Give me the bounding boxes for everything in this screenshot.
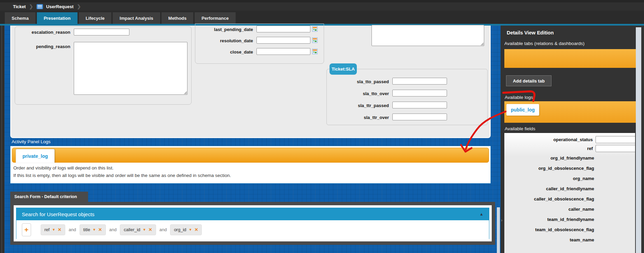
activity-help-line-2: If this list is empty, then all logs wil… xyxy=(13,173,231,178)
field-label-escalation-reason: escalation_reason xyxy=(15,30,70,35)
field-label: ref xyxy=(587,146,593,151)
last-pending-date-input[interactable] xyxy=(256,26,310,32)
activity-panel-logs-label: Activity Panel Logs xyxy=(12,139,51,144)
field-label: team_id_obsolescence_flag xyxy=(535,227,594,232)
criterion-chip-org-id[interactable]: org_id ▼ ✕ xyxy=(170,224,202,235)
window-top-strip xyxy=(0,0,644,2)
activity-panel-logs: private_log Order and visibility of logs… xyxy=(10,146,491,183)
details-view-edition-sidebar: › Details View Edition Available tabs (r… xyxy=(501,26,644,253)
field-label: org_id_obsolescence_flag xyxy=(538,166,594,171)
calendar-icon[interactable] xyxy=(312,26,318,32)
criterion-label: caller_id xyxy=(124,227,140,232)
resolution-date-input[interactable] xyxy=(256,37,310,44)
field-row-operational-status[interactable]: operational_status xyxy=(504,135,635,144)
field-row-org-name[interactable]: org_name xyxy=(504,173,635,183)
sla-tto-over-input[interactable] xyxy=(392,90,447,96)
sidebar-vertical-scrollbar[interactable] xyxy=(636,27,641,253)
description-textarea[interactable] xyxy=(372,25,484,46)
sla-ttr-passed-input[interactable] xyxy=(392,102,447,108)
breadcrumb-label: UserRequest xyxy=(46,4,73,9)
main-vertical-scrollbar[interactable] xyxy=(497,207,500,253)
userrequest-class-icon xyxy=(37,4,43,9)
add-criterion-button[interactable]: + xyxy=(22,223,31,236)
field-row-ref[interactable]: ref xyxy=(504,144,635,153)
sidebar-title: Details View Edition xyxy=(507,30,554,35)
field-row-org-id-friendlyname[interactable]: org_id_friendlyname xyxy=(504,153,635,163)
remove-criterion-icon[interactable]: ✕ xyxy=(149,227,152,232)
tab-lifecycle[interactable]: Lifecycle xyxy=(79,12,112,24)
chevron-down-icon[interactable]: ▼ xyxy=(52,228,55,232)
calendar-icon[interactable] xyxy=(312,38,318,43)
tab-presentation[interactable]: Presentation xyxy=(37,12,78,24)
remove-criterion-icon[interactable]: ✕ xyxy=(194,227,198,232)
field-label: team_id_friendlyname xyxy=(547,217,594,222)
pending-reason-textarea[interactable] xyxy=(74,42,187,95)
left-collapse-rail[interactable] xyxy=(0,26,4,253)
criterion-chip-title[interactable]: title ▼ ✕ xyxy=(80,224,106,235)
remove-criterion-icon[interactable]: ✕ xyxy=(98,227,102,232)
activity-help-line-1: Order and visibility of logs will depend… xyxy=(13,165,113,170)
tab-impact-analysis[interactable]: Impact Analysis xyxy=(113,12,160,24)
field-row-team-name[interactable]: team_name xyxy=(504,235,635,245)
ref-input[interactable] xyxy=(596,145,635,152)
field-row-org-id-obsolescence-flag[interactable]: org_id_obsolescence_flag xyxy=(504,163,635,173)
breadcrumb-item-ticket[interactable]: Ticket xyxy=(13,4,26,9)
tab-performance[interactable]: Performance xyxy=(195,12,235,24)
field-row-caller-id-obsolescence-flag[interactable]: caller_id_obsolescence_flag xyxy=(504,194,635,204)
field-row-caller-id-friendlyname[interactable]: caller_id_friendlyname xyxy=(504,183,635,194)
field-label-pending-reason: pending_reason xyxy=(15,44,70,49)
field-label: operational_status xyxy=(553,137,593,142)
field-label: caller_id_obsolescence_flag xyxy=(534,196,594,202)
search-form-title: Search for UserRequest objects xyxy=(22,211,95,217)
tab-schema[interactable]: Schema xyxy=(5,12,36,24)
criterion-chip-ref[interactable]: ref ▼ ✕ xyxy=(41,224,65,235)
available-fields-label: Available fields xyxy=(505,126,535,131)
calendar-icon[interactable] xyxy=(312,49,318,54)
sidebar-collapse-handle-icon[interactable]: › xyxy=(501,218,502,223)
field-label-sla-ttr-over: sla_ttr_over xyxy=(334,115,389,120)
search-criteria-row: + ref ▼ ✕ and title ▼ ✕ and caller_id ▼ xyxy=(16,220,489,239)
search-form-panel: Search for UserRequest objects ▲ + ref ▼… xyxy=(10,202,495,245)
tab-methods[interactable]: Methods xyxy=(162,12,193,24)
field-label-sla-tto-over: sla_tto_over xyxy=(334,91,389,96)
add-details-tab-button[interactable]: Add details tab xyxy=(506,75,551,86)
available-tabs-label: Available tabs (relations & dashboards) xyxy=(504,41,585,46)
search-form-header: Search for UserRequest objects ▲ xyxy=(16,208,489,220)
operator-and: and xyxy=(159,227,167,232)
sla-ttr-over-input[interactable] xyxy=(392,114,447,120)
resize-handle-icon[interactable] xyxy=(184,91,187,94)
breadcrumb-item-userrequest[interactable]: UserRequest xyxy=(37,4,73,9)
activity-log-drop-zone[interactable]: private_log xyxy=(12,148,489,163)
application-designer-window: Ticket ❯ UserRequest ❯ Schema Presentati… xyxy=(0,0,644,253)
private-log-chip[interactable]: private_log xyxy=(16,149,55,163)
operator-and: and xyxy=(109,227,117,232)
public-log-chip[interactable]: public_log xyxy=(506,104,539,116)
criterion-label: title xyxy=(83,227,90,232)
breadcrumb-separator-icon: ❯ xyxy=(29,4,33,9)
breadcrumb-label: Ticket xyxy=(13,4,26,9)
escalation-reason-input[interactable] xyxy=(74,29,129,35)
chevron-down-icon[interactable]: ▼ xyxy=(93,228,96,232)
collapse-icon[interactable]: ▲ xyxy=(479,212,484,217)
resize-handle-icon[interactable] xyxy=(480,42,484,45)
operational-status-input[interactable] xyxy=(596,136,635,143)
chevron-down-icon[interactable]: ▼ xyxy=(189,228,192,232)
field-label: org_id_friendlyname xyxy=(550,155,594,161)
sla-tto-passed-input[interactable] xyxy=(392,78,447,85)
field-label: org_name xyxy=(573,176,594,181)
chevron-down-icon[interactable]: ▼ xyxy=(143,228,146,232)
field-row-team-id-obsolescence-flag[interactable]: team_id_obsolescence_flag xyxy=(504,224,635,235)
operator-and: and xyxy=(69,227,76,232)
field-row-team-id-friendlyname[interactable]: team_id_friendlyname xyxy=(504,214,635,224)
remove-criterion-icon[interactable]: ✕ xyxy=(58,227,61,232)
search-form-section-tab: Search Form - Default criterion xyxy=(10,192,88,202)
main-tabbar: Schema Presentation Lifecycle Impact Ana… xyxy=(0,11,644,24)
available-logs-label: Available logs xyxy=(505,95,533,100)
available-logs-drop-zone[interactable]: public_log xyxy=(504,101,636,123)
criterion-label: org_id xyxy=(174,227,186,232)
field-row-caller-name[interactable]: caller_name xyxy=(504,204,635,214)
available-tabs-drop-zone[interactable] xyxy=(504,49,636,68)
ticket-sla-badge: Ticket:SLA xyxy=(330,63,357,75)
close-date-input[interactable] xyxy=(256,48,310,55)
criterion-chip-caller-id[interactable]: caller_id ▼ ✕ xyxy=(120,224,156,235)
